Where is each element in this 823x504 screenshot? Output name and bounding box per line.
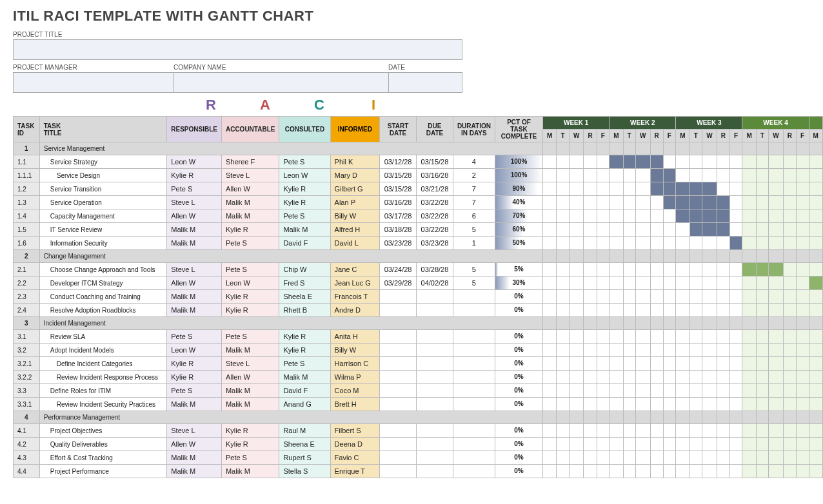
due-date[interactable]: 03/15/28 [416,155,453,169]
duration[interactable]: 7 [453,182,495,196]
start-date[interactable] [380,357,417,371]
consulted-cell[interactable]: Pete S [279,209,330,223]
accountable-cell[interactable]: Kylie R [221,223,279,237]
informed-cell[interactable]: Filbert S [330,424,380,438]
accountable-cell[interactable]: Kylie R [221,424,279,438]
start-date[interactable] [380,330,417,344]
due-date[interactable]: 03/21/28 [416,182,453,196]
informed-cell[interactable]: Brett H [330,398,380,411]
due-date[interactable] [416,304,453,317]
informed-cell[interactable]: Alfred H [330,223,380,237]
accountable-cell[interactable]: Kylie R [221,304,279,317]
duration[interactable] [453,371,495,384]
accountable-cell[interactable]: Kylie R [221,438,279,451]
informed-cell[interactable]: Billy W [330,209,380,223]
pct-complete[interactable]: 0% [495,344,542,357]
consulted-cell[interactable]: Kylie R [279,196,330,209]
start-date[interactable] [380,371,417,384]
duration[interactable] [453,398,495,411]
due-date[interactable]: 03/22/28 [416,196,453,209]
responsible-cell[interactable]: Malik M [167,465,222,478]
accountable-cell[interactable]: Allen W [221,182,279,196]
responsible-cell[interactable]: Pete S [167,330,222,344]
consulted-cell[interactable]: Chip W [279,263,330,276]
responsible-cell[interactable]: Pete S [167,182,222,196]
due-date[interactable] [416,465,453,478]
responsible-cell[interactable]: Kylie R [167,371,222,384]
responsible-cell[interactable]: Malik M [167,304,222,317]
start-date[interactable]: 03/29/28 [380,276,417,290]
consulted-cell[interactable]: Kylie R [279,330,330,344]
informed-cell[interactable]: Jean Luc G [330,276,380,290]
due-date[interactable] [416,438,453,451]
consulted-cell[interactable]: Pete S [279,155,330,169]
responsible-cell[interactable]: Allen W [167,209,222,223]
start-date[interactable]: 03/18/28 [380,223,417,237]
informed-cell[interactable]: Alan P [330,196,380,209]
informed-cell[interactable]: Phil K [330,155,380,169]
consulted-cell[interactable]: Rhett B [279,304,330,317]
start-date[interactable] [380,384,417,398]
informed-cell[interactable]: David L [330,237,380,250]
pct-complete[interactable]: 0% [495,398,542,411]
responsible-cell[interactable]: Malik M [167,398,222,411]
start-date[interactable] [380,424,417,438]
accountable-cell[interactable]: Malik M [221,398,279,411]
pct-complete[interactable]: 0% [495,465,542,478]
informed-cell[interactable]: Anita H [330,330,380,344]
pct-complete[interactable]: 5% [495,263,542,276]
duration[interactable] [453,384,495,398]
pct-complete[interactable]: 0% [495,290,542,304]
consulted-cell[interactable]: Raul M [279,424,330,438]
due-date[interactable] [416,344,453,357]
informed-cell[interactable]: Mary D [330,169,380,182]
consulted-cell[interactable]: Rupert S [279,451,330,465]
duration[interactable] [453,451,495,465]
informed-cell[interactable]: Harrison C [330,357,380,371]
consulted-cell[interactable]: Leon W [279,169,330,182]
responsible-cell[interactable]: Malik M [167,451,222,465]
pct-complete[interactable]: 90% [495,182,542,196]
start-date[interactable] [380,304,417,317]
responsible-cell[interactable]: Malik M [167,237,222,250]
informed-cell[interactable]: Francois T [330,290,380,304]
duration[interactable]: 6 [453,209,495,223]
informed-cell[interactable]: Gilbert G [330,182,380,196]
due-date[interactable] [416,384,453,398]
accountable-cell[interactable]: Leon W [221,276,279,290]
start-date[interactable]: 03/17/28 [380,209,417,223]
due-date[interactable] [416,451,453,465]
start-date[interactable]: 03/16/28 [380,196,417,209]
accountable-cell[interactable]: Pete S [221,237,279,250]
duration[interactable] [453,344,495,357]
accountable-cell[interactable]: Malik M [221,196,279,209]
due-date[interactable]: 03/22/28 [416,209,453,223]
consulted-cell[interactable]: David F [279,384,330,398]
accountable-cell[interactable]: Malik M [221,209,279,223]
start-date[interactable]: 03/12/28 [380,155,417,169]
start-date[interactable] [380,290,417,304]
responsible-cell[interactable]: Malik M [167,290,222,304]
responsible-cell[interactable]: Steve L [167,196,222,209]
duration[interactable]: 5 [453,223,495,237]
due-date[interactable] [416,398,453,411]
company-name-input[interactable] [174,72,388,93]
pct-complete[interactable]: 100% [495,169,542,182]
informed-cell[interactable]: Andre D [330,304,380,317]
informed-cell[interactable]: Deena D [330,438,380,451]
responsible-cell[interactable]: Leon W [167,344,222,357]
pct-complete[interactable]: 50% [495,237,542,250]
informed-cell[interactable]: Billy W [330,344,380,357]
duration[interactable] [453,465,495,478]
accountable-cell[interactable]: Allen W [221,371,279,384]
due-date[interactable]: 03/23/28 [416,237,453,250]
consulted-cell[interactable]: Anand G [279,398,330,411]
pct-complete[interactable]: 0% [495,384,542,398]
accountable-cell[interactable]: Pete S [221,263,279,276]
accountable-cell[interactable]: Pete S [221,451,279,465]
due-date[interactable]: 04/02/28 [416,276,453,290]
accountable-cell[interactable]: Malik M [221,465,279,478]
duration[interactable]: 7 [453,196,495,209]
pct-complete[interactable]: 30% [495,276,542,290]
pct-complete[interactable]: 0% [495,304,542,317]
